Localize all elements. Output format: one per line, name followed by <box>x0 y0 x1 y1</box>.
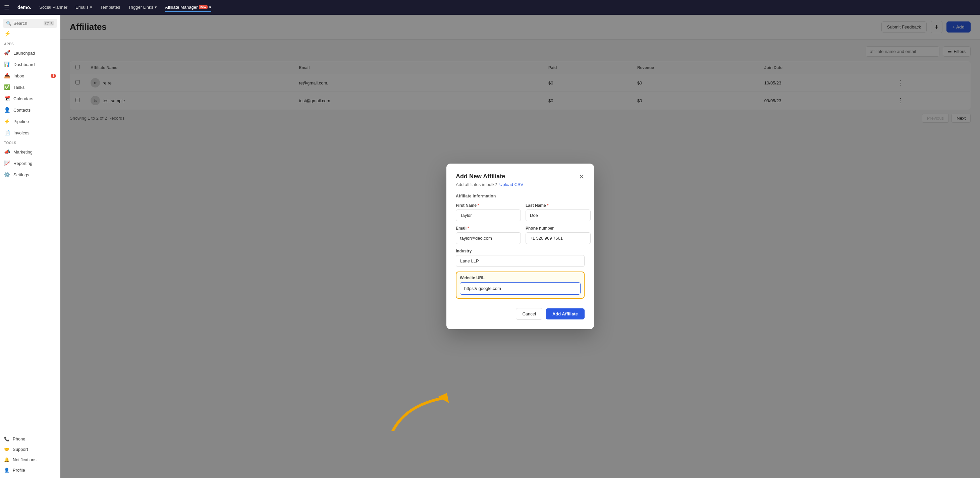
bolt-icon: ⚡ <box>0 30 60 40</box>
modal-footer: Cancel Add Affiliate <box>456 305 585 320</box>
notifications-icon: 🔔 <box>4 457 10 462</box>
phone-group: Phone number <box>525 226 590 244</box>
industry-row: Industry <box>456 249 585 267</box>
sidebar-item-pipeline[interactable]: ⚡ Pipeline <box>0 116 60 127</box>
sidebar-item-notifications[interactable]: 🔔 Notifications <box>0 454 60 465</box>
industry-group: Industry <box>456 249 585 267</box>
email-label: Email * <box>456 226 521 230</box>
add-affiliate-modal: Add New Affiliate ✕ Add affiliates in bu… <box>446 164 594 329</box>
first-name-group: First Name * <box>456 203 521 221</box>
sidebar-item-invoices[interactable]: 📄 Invoices <box>0 127 60 138</box>
nav-emails[interactable]: Emails ▾ <box>75 3 92 12</box>
nav-affiliate-manager[interactable]: Affiliate Manager new ▾ <box>165 3 211 12</box>
content-area: Affiliates Submit Feedback ⬇ + Add ☰ Fil… <box>60 15 980 478</box>
tools-section-label: Tools <box>0 138 60 146</box>
nav-templates[interactable]: Templates <box>100 3 120 12</box>
first-name-input[interactable] <box>456 210 521 221</box>
website-url-section: Website URL <box>456 272 585 299</box>
modal-title: Add New Affiliate <box>456 173 505 180</box>
phone-label: Phone number <box>525 226 590 230</box>
sidebar-item-marketing[interactable]: 📣 Marketing <box>0 146 60 157</box>
name-row: First Name * Last Name * <box>456 203 585 221</box>
website-url-label: Website URL <box>460 276 581 280</box>
sidebar-item-phone[interactable]: 📞 Phone <box>0 434 60 444</box>
first-name-label: First Name * <box>456 203 521 208</box>
tasks-icon: ✅ <box>4 84 10 90</box>
sidebar-item-reporting[interactable]: 📈 Reporting <box>0 157 60 169</box>
dashboard-icon: 📊 <box>4 61 10 67</box>
email-input[interactable] <box>456 232 521 244</box>
app-logo: demo. <box>18 5 31 10</box>
profile-icon: 👤 <box>4 468 10 473</box>
sidebar-item-dashboard[interactable]: 📊 Dashboard <box>0 59 60 70</box>
top-navigation: ☰ demo. Social Planner Emails ▾ Template… <box>0 0 980 15</box>
search-shortcut: ctrl K <box>44 21 54 25</box>
upload-csv-link[interactable]: Upload CSV <box>500 182 523 187</box>
chevron-down-icon: ▾ <box>154 5 157 10</box>
phone-icon: 📞 <box>4 437 10 441</box>
nav-trigger-links[interactable]: Trigger Links ▾ <box>128 3 157 12</box>
chevron-down-icon: ▾ <box>90 5 92 10</box>
inbox-badge: 1 <box>51 74 56 78</box>
search-bar[interactable]: 🔍 Search ctrl K <box>3 19 57 28</box>
svg-marker-0 <box>438 390 453 403</box>
reporting-icon: 📈 <box>4 160 10 166</box>
sidebar-item-launchpad[interactable]: 🚀 Launchpad <box>0 47 60 59</box>
last-name-input[interactable] <box>525 210 590 221</box>
required-star: * <box>477 203 479 208</box>
sidebar-item-calendars[interactable]: 📅 Calendars <box>0 93 60 104</box>
email-group: Email * <box>456 226 521 244</box>
required-star: * <box>547 203 549 208</box>
nav-social-planner[interactable]: Social Planner <box>39 3 67 12</box>
required-star: * <box>468 226 469 230</box>
website-url-box: Website URL <box>456 272 585 299</box>
invoices-icon: 📄 <box>4 130 10 136</box>
marketing-icon: 📣 <box>4 149 10 155</box>
sidebar: 🔍 Search ctrl K ⚡ Apps 🚀 Launchpad 📊 Das… <box>0 15 60 478</box>
modal-close-button[interactable]: ✕ <box>579 173 585 180</box>
sidebar-item-profile[interactable]: 👤 Profile <box>0 465 60 475</box>
sidebar-item-support[interactable]: 🤝 Support <box>0 444 60 454</box>
last-name-label: Last Name * <box>525 203 590 208</box>
sidebar-item-contacts[interactable]: 👤 Contacts <box>0 104 60 116</box>
contact-row: Email * Phone number <box>456 226 585 244</box>
last-name-group: Last Name * <box>525 203 590 221</box>
sidebar-item-tasks[interactable]: ✅ Tasks <box>0 81 60 93</box>
modal-header: Add New Affiliate ✕ <box>456 173 585 180</box>
settings-icon: ⚙️ <box>4 172 10 178</box>
industry-label: Industry <box>456 249 585 253</box>
support-icon: 🤝 <box>4 447 10 452</box>
website-url-input[interactable] <box>460 282 581 295</box>
cancel-button[interactable]: Cancel <box>516 308 542 320</box>
search-icon: 🔍 <box>6 21 11 26</box>
contacts-icon: 👤 <box>4 107 10 113</box>
new-badge: new <box>199 5 208 9</box>
modal-subtitle: Add affiliates in bulk? Upload CSV <box>456 182 585 187</box>
affiliate-information-label: Affiliate Information <box>456 194 585 199</box>
modal-overlay: Add New Affiliate ✕ Add affiliates in bu… <box>60 15 980 478</box>
launchpad-icon: 🚀 <box>4 50 10 56</box>
add-affiliate-button[interactable]: Add Affiliate <box>546 308 585 319</box>
sidebar-item-settings[interactable]: ⚙️ Settings <box>0 169 60 180</box>
arrow-annotation <box>386 378 460 431</box>
pipeline-icon: ⚡ <box>4 118 10 124</box>
industry-input[interactable] <box>456 255 585 267</box>
search-label: Search <box>13 21 27 26</box>
calendars-icon: 📅 <box>4 95 10 102</box>
chevron-down-icon: ▾ <box>209 5 211 10</box>
phone-input[interactable] <box>525 232 590 244</box>
hamburger-icon[interactable]: ☰ <box>4 4 10 11</box>
inbox-icon: 📥 <box>4 73 10 79</box>
sidebar-item-inbox[interactable]: 📥 Inbox 1 <box>0 70 60 81</box>
apps-section-label: Apps <box>0 40 60 47</box>
